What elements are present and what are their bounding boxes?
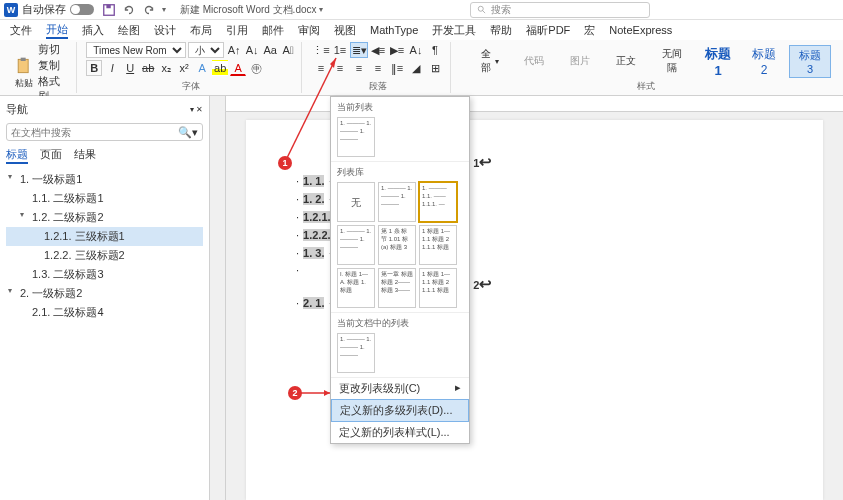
nav-tree-item[interactable]: 1.2.1. 三级标题1 [6, 227, 203, 246]
all-styles[interactable]: 全部 [481, 47, 491, 75]
nav-tree-item[interactable]: 2.1. 二级标题4 [6, 303, 203, 322]
group-paragraph: ⋮≡ 1≡ ≣▾ ◀≡ ▶≡ A↓ ¶ ≡ ≡ ≡ ≡ ‖≡ ◢ ⊞ 段落 [306, 42, 451, 93]
clear-format-icon[interactable]: A⃠ [280, 42, 296, 58]
tab-macro[interactable]: 宏 [584, 23, 595, 38]
grow-font-icon[interactable]: A↑ [226, 42, 242, 58]
copy-button[interactable]: 复制 [38, 58, 70, 73]
menu-define-multilevel[interactable]: 定义新的多级列表(D)... [331, 399, 469, 422]
list-thumb[interactable]: 第一章 标题 标题 2—— 标题 3—— [378, 268, 416, 308]
bold-icon[interactable]: B [86, 60, 102, 76]
borders-icon[interactable]: ⊞ [426, 60, 444, 76]
tab-mailings[interactable]: 邮件 [262, 23, 284, 38]
list-thumb[interactable]: 1 标题 1— 1.1 标题 2 1.1.1 标题 [419, 225, 457, 265]
tab-help[interactable]: 帮助 [490, 23, 512, 38]
list-thumb[interactable]: 第 1 条 标 节 1.01 标 (a) 标题 3 [378, 225, 416, 265]
line-spacing-icon[interactable]: ‖≡ [388, 60, 406, 76]
svg-line-3 [483, 11, 486, 14]
nav-search-box[interactable]: 🔍▾ [6, 123, 203, 141]
show-marks-icon[interactable]: ¶ [426, 42, 444, 58]
list-thumb[interactable]: 1. ——— 1. ——— 1. ——— [337, 225, 375, 265]
redo-icon[interactable] [142, 3, 156, 17]
style-image[interactable]: 图片 [559, 52, 601, 70]
list-thumb-current[interactable]: 1. ——— 1. ——— 1. ——— [337, 117, 375, 157]
svg-rect-1 [106, 4, 110, 8]
nav-tree-item[interactable]: 2. 一级标题2 [6, 284, 203, 303]
paste-button[interactable]: 粘贴 [12, 54, 36, 92]
superscript-icon[interactable]: x² [176, 60, 192, 76]
style-nospace[interactable]: 无间隔 [651, 45, 693, 77]
menu-change-level[interactable]: 更改列表级别(C)▸ [331, 378, 469, 399]
style-h3[interactable]: 标题 3 [789, 45, 831, 78]
nav-dropdown-icon[interactable]: ▾ ✕ [190, 105, 203, 114]
tab-noteexpress[interactable]: NoteExpress [609, 24, 672, 36]
change-case-icon[interactable]: Aa [262, 42, 278, 58]
font-size-select[interactable]: 小四 [188, 42, 224, 58]
underline-icon[interactable]: U [122, 60, 138, 76]
style-normal[interactable]: 正文 [605, 52, 647, 70]
text-effects-icon[interactable]: A [194, 60, 210, 76]
nav-tree: 1. 一级标题11.1. 二级标题11.2. 二级标题21.2.1. 三级标题1… [6, 170, 203, 322]
nav-tree-item[interactable]: 1.3. 二级标题3 [6, 265, 203, 284]
ribbon: 粘贴 剪切 复制 格式刷 剪贴板 Times New Roman 小四 A↑ A… [0, 40, 843, 96]
strike-icon[interactable]: ab [140, 60, 156, 76]
list-thumb[interactable]: 1 标题 1— 1.1 标题 2 1.1.1 标题 [419, 268, 457, 308]
list-thumb[interactable]: 1. ——— 1. ——— 1. ——— [337, 333, 375, 373]
style-h1[interactable]: 标题 1 [697, 43, 739, 80]
font-name-select[interactable]: Times New Roman [86, 42, 186, 58]
nav-tab-headings[interactable]: 标题 [6, 147, 28, 164]
tab-draw[interactable]: 绘图 [118, 23, 140, 38]
multilevel-list-icon[interactable]: ≣▾ [350, 42, 368, 58]
tab-foxit[interactable]: 福昕PDF [526, 23, 570, 38]
list-thumb[interactable]: 1. ——— 1.1. —— 1.1.1. — [419, 182, 457, 222]
increase-indent-icon[interactable]: ▶≡ [388, 42, 406, 58]
font-color-icon[interactable]: A [230, 60, 246, 76]
list-thumb[interactable]: 1. ——— 1. ——— 1. ——— [378, 182, 416, 222]
italic-icon[interactable]: I [104, 60, 120, 76]
tab-mathtype[interactable]: MathType [370, 24, 418, 36]
undo-icon[interactable] [122, 3, 136, 17]
style-h2[interactable]: 标题 2 [743, 44, 785, 79]
toggle-switch[interactable] [70, 4, 94, 15]
nav-tree-item[interactable]: 1. 一级标题1 [6, 170, 203, 189]
search-box[interactable]: 搜索 [470, 2, 650, 18]
decrease-indent-icon[interactable]: ◀≡ [369, 42, 387, 58]
list-thumb-none[interactable]: 无 [337, 182, 375, 222]
highlight-icon[interactable]: ab [212, 60, 228, 76]
menu-define-liststyle[interactable]: 定义新的列表样式(L)... [331, 422, 469, 443]
autosave-toggle[interactable]: 自动保存 [22, 2, 94, 17]
qat-dropdown-icon[interactable]: ▾ [162, 5, 166, 14]
nav-tab-pages[interactable]: 页面 [40, 147, 62, 164]
cut-button[interactable]: 剪切 [38, 42, 70, 57]
tab-view[interactable]: 视图 [334, 23, 356, 38]
annotation-marker-2: 2 [288, 386, 302, 400]
tab-home[interactable]: 开始 [46, 22, 68, 39]
nav-tab-results[interactable]: 结果 [74, 147, 96, 164]
popup-sec-library: 列表库 [337, 166, 463, 179]
tab-layout[interactable]: 布局 [190, 23, 212, 38]
enclose-icon[interactable]: ㊥ [248, 60, 264, 76]
justify-icon[interactable]: ≡ [369, 60, 387, 76]
nav-tree-item[interactable]: 1.2.2. 三级标题2 [6, 246, 203, 265]
tab-insert[interactable]: 插入 [82, 23, 104, 38]
tab-references[interactable]: 引用 [226, 23, 248, 38]
shading-icon[interactable]: ◢ [407, 60, 425, 76]
save-icon[interactable] [102, 3, 116, 17]
style-code[interactable]: 代码 [513, 52, 555, 70]
subscript-icon[interactable]: x₂ [158, 60, 174, 76]
align-left-icon[interactable]: ≡ [312, 60, 330, 76]
bullets-icon[interactable]: ⋮≡ [312, 42, 330, 58]
sort-icon[interactable]: A↓ [407, 42, 425, 58]
tab-design[interactable]: 设计 [154, 23, 176, 38]
tab-file[interactable]: 文件 [10, 23, 32, 38]
vertical-ruler [210, 96, 226, 500]
align-right-icon[interactable]: ≡ [350, 60, 368, 76]
align-center-icon[interactable]: ≡ [331, 60, 349, 76]
nav-tree-item[interactable]: 1.1. 二级标题1 [6, 189, 203, 208]
numbering-icon[interactable]: 1≡ [331, 42, 349, 58]
tab-review[interactable]: 审阅 [298, 23, 320, 38]
nav-tree-item[interactable]: 1.2. 二级标题2 [6, 208, 203, 227]
shrink-font-icon[interactable]: A↓ [244, 42, 260, 58]
annotation-marker-1: 1 [278, 156, 292, 170]
list-thumb[interactable]: I. 标题 1— A. 标题 1. 标题 [337, 268, 375, 308]
tab-developer[interactable]: 开发工具 [432, 23, 476, 38]
